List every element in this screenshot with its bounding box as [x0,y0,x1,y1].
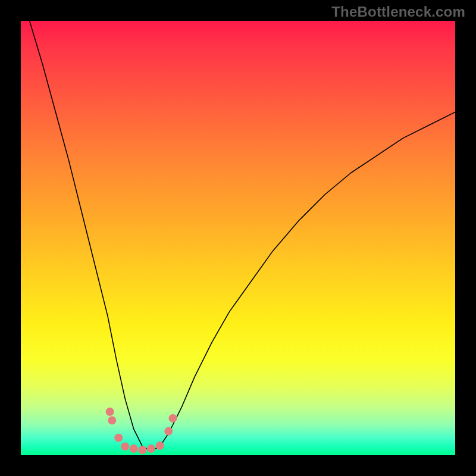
plot-area [21,21,455,455]
data-dot [169,414,177,422]
data-dot [156,441,164,450]
data-dot [121,442,129,450]
outer-frame: TheBottleneck.com [0,0,476,476]
data-dot [147,444,155,453]
data-dot [108,416,116,425]
bottleneck-curve [30,21,455,451]
data-dot [114,434,123,442]
data-dot [164,427,173,436]
data-dot [130,444,138,453]
chart-svg [21,21,455,455]
data-dot [138,446,146,454]
trough-dots [106,408,177,454]
watermark-text: TheBottleneck.com [331,4,465,20]
data-dot [106,408,114,416]
